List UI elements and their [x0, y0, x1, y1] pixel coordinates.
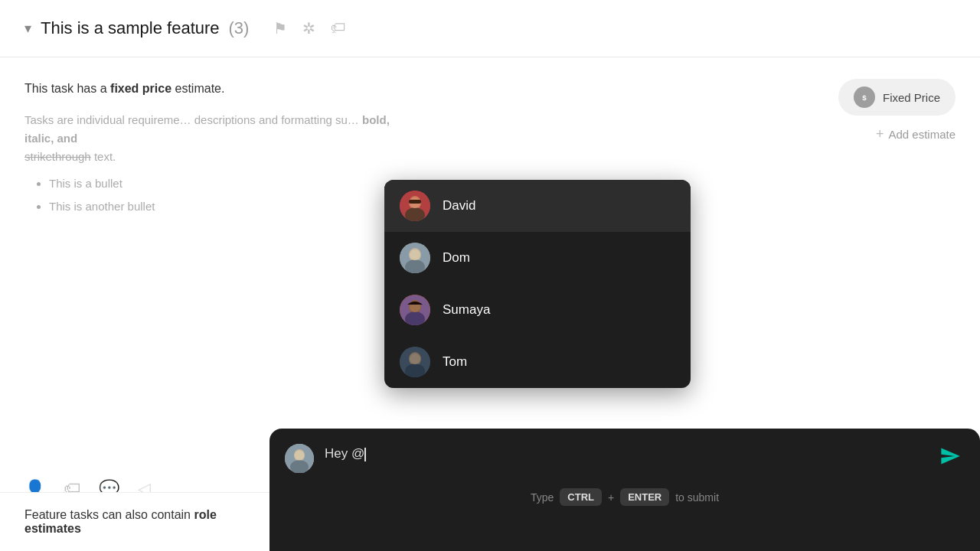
add-estimate-button[interactable]: + Add estimate: [876, 126, 956, 142]
strikethrough-text: strikethrough: [24, 150, 91, 163]
enter-key: ENTER: [620, 488, 669, 506]
svg-point-18: [410, 354, 420, 364]
comment-box: Hey @ Type CTRL + ENTER to submit: [270, 429, 980, 551]
mention-name-sumaya: Sumaya: [443, 302, 490, 318]
avatar-sumaya: [400, 295, 430, 325]
avatar-david: [400, 191, 430, 221]
hint-submit: to submit: [675, 491, 719, 504]
hint-plus: +: [608, 491, 614, 504]
avatar-dom: [400, 243, 430, 273]
ctrl-key: CTRL: [560, 488, 602, 506]
comment-input-area[interactable]: Hey @: [325, 444, 965, 464]
feature-count: (3): [229, 18, 250, 38]
comment-inner: Hey @: [285, 444, 965, 473]
mention-name-dom: Dom: [443, 250, 470, 266]
asterisk-icon[interactable]: ✲: [302, 19, 315, 37]
send-icon: [939, 445, 961, 471]
header-icons: ⚑ ✲ 🏷: [273, 19, 346, 37]
plus-icon: +: [876, 126, 884, 142]
feature-header: ▾ This is a sample feature (3) ⚑ ✲ 🏷: [0, 0, 980, 57]
svg-point-10: [410, 249, 420, 260]
avatar-tom: [400, 347, 430, 377]
role-section: Feature tasks can also contain role esti…: [0, 492, 276, 551]
fixed-price-badge[interactable]: $ Fixed Price: [838, 79, 956, 116]
comment-text: Hey @: [325, 446, 366, 461]
mention-item-tom[interactable]: Tom: [384, 336, 691, 388]
main-container: ▾ This is a sample feature (3) ⚑ ✲ 🏷 Thi…: [0, 0, 980, 551]
task-body: Tasks are individual requireme… descript…: [24, 111, 392, 166]
svg-rect-6: [409, 200, 421, 204]
flag-icon[interactable]: ⚑: [273, 19, 287, 37]
mention-item-dom[interactable]: Dom: [384, 232, 691, 284]
role-text: Feature tasks can also contain role esti…: [24, 508, 251, 536]
tag-icon[interactable]: 🏷: [331, 19, 346, 37]
send-button[interactable]: [936, 444, 965, 473]
fixed-price-icon: $: [854, 86, 875, 108]
mention-name-tom: Tom: [443, 354, 467, 370]
svg-point-22: [295, 451, 305, 461]
mention-item-sumaya[interactable]: Sumaya: [384, 284, 691, 336]
task-description: This task has a fixed price estimate.: [24, 79, 956, 99]
feature-title: This is a sample feature: [41, 18, 220, 38]
comment-hint: Type CTRL + ENTER to submit: [285, 488, 965, 506]
mention-item-david[interactable]: David: [384, 180, 691, 232]
mention-name-david: David: [443, 198, 475, 214]
svg-text:$: $: [862, 93, 867, 102]
hint-type: Type: [531, 491, 554, 504]
commenter-avatar: [285, 444, 314, 473]
mention-dropdown: David Dom: [384, 180, 691, 388]
add-estimate-label: Add estimate: [888, 128, 956, 141]
chevron-down-icon[interactable]: ▾: [24, 20, 31, 37]
fixed-price-label: Fixed Price: [883, 91, 940, 104]
